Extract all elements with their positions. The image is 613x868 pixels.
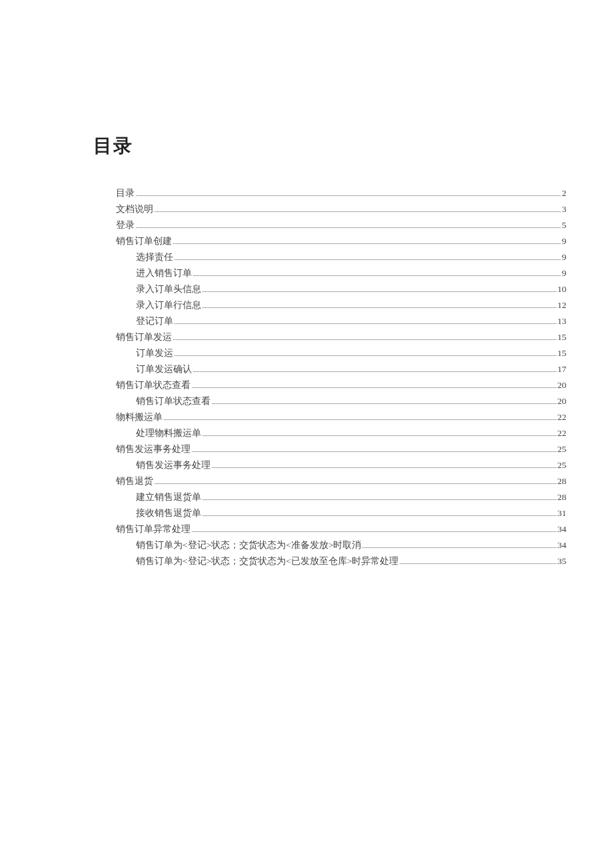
toc-entry-page: 2 [562,185,566,201]
toc-entry-page: 9 [562,249,566,265]
toc-leader-dots [155,475,556,484]
toc-leader-dots [400,555,556,564]
toc-leader-dots [192,523,556,532]
toc-entry[interactable]: 进入销售订单9 [116,265,566,281]
toc-entry-label: 选择责任 [136,249,173,265]
toc-leader-dots [203,491,556,500]
toc-entry-page: 13 [558,313,567,329]
toc-entry-page: 34 [558,521,567,537]
toc-entry[interactable]: 销售订单状态查看20 [116,377,566,393]
toc-entry[interactable]: 销售订单为<登记>状态；交货状态为<准备发放>时取消34 [116,537,566,553]
toc-leader-dots [164,411,556,420]
toc-entry-page: 17 [558,361,567,377]
toc-entry-label: 录入订单行信息 [136,297,201,313]
toc-entry[interactable]: 文档说明3 [116,201,566,217]
toc-entry-label: 登记订单 [136,313,173,329]
toc-leader-dots [136,187,560,196]
toc-entry[interactable]: 销售订单发运15 [116,329,566,345]
toc-leader-dots [155,203,560,212]
toc-entry-page: 10 [558,281,567,297]
toc-entry[interactable]: 登录5 [116,217,566,233]
toc-entry-label: 销售订单发运 [116,329,172,345]
toc-entry-page: 34 [558,537,567,553]
toc-entry-page: 31 [558,505,567,521]
document-page: 目录 目录2文档说明3登录5销售订单创建9选择责任9进入销售订单9录入订单头信息… [0,0,613,569]
toc-entry-label: 销售订单异常处理 [116,521,191,537]
toc-entry-page: 9 [562,265,566,281]
toc-leader-dots [203,427,556,436]
toc-entry-page: 25 [558,457,567,473]
toc-leader-dots [136,219,560,228]
toc-leader-dots [203,299,556,308]
toc-entry[interactable]: 订单发运确认17 [116,361,566,377]
toc-entry-label: 物料搬运单 [116,409,163,425]
toc-leader-dots [175,347,556,356]
toc-entry-page: 28 [558,489,567,505]
toc-entry-page: 25 [558,441,567,457]
toc-entry[interactable]: 目录2 [116,185,566,201]
toc-entry[interactable]: 处理物料搬运单22 [116,425,566,441]
toc-entry[interactable]: 销售发运事务处理25 [116,457,566,473]
toc-entry-label: 目录 [116,185,135,201]
toc-entry-label: 处理物料搬运单 [136,425,201,441]
toc-leader-dots [175,251,560,260]
toc-entry-label: 建立销售退货单 [136,489,201,505]
toc-entry-page: 22 [558,425,567,441]
toc-leader-dots [193,363,556,372]
toc-entry-label: 订单发运 [136,345,173,361]
toc-entry[interactable]: 登记订单13 [116,313,566,329]
toc-entry-label: 文档说明 [116,201,153,217]
toc-leader-dots [192,443,556,452]
toc-entry[interactable]: 销售订单异常处理34 [116,521,566,537]
toc-leader-dots [212,459,556,468]
toc-entry-label: 进入销售订单 [136,265,192,281]
toc-entry-label: 销售订单创建 [116,233,172,249]
toc-entry[interactable]: 录入订单头信息10 [116,281,566,297]
toc-leader-dots [173,235,560,244]
toc-entry-page: 12 [558,297,567,313]
toc-entry-label: 销售发运事务处理 [136,457,211,473]
toc-entry-page: 20 [558,377,567,393]
toc-entry-page: 20 [558,393,567,409]
toc-entry[interactable]: 销售订单为<登记>状态；交货状态为<已发放至仓库>时异常处理35 [116,553,566,569]
toc-leader-dots [173,331,556,340]
toc-entry-label: 销售订单状态查看 [116,377,191,393]
toc-entry[interactable]: 物料搬运单22 [116,409,566,425]
toc-entry-label: 销售订单状态查看 [136,393,211,409]
table-of-contents: 目录2文档说明3登录5销售订单创建9选择责任9进入销售订单9录入订单头信息10录… [93,185,566,569]
toc-entry-label: 接收销售退货单 [136,505,201,521]
toc-entry[interactable]: 录入订单行信息12 [116,297,566,313]
toc-entry-page: 3 [562,201,566,217]
toc-entry-label: 销售订单为<登记>状态；交货状态为<准备发放>时取消 [136,537,361,553]
toc-leader-dots [175,315,556,324]
toc-entry-page: 35 [558,553,567,569]
toc-leader-dots [203,283,556,292]
toc-entry[interactable]: 选择责任9 [116,249,566,265]
toc-entry[interactable]: 建立销售退货单28 [116,489,566,505]
toc-entry-label: 销售订单为<登记>状态；交货状态为<已发放至仓库>时异常处理 [136,553,398,569]
toc-leader-dots [203,507,556,516]
toc-leader-dots [362,539,556,548]
toc-entry-label: 登录 [116,217,135,233]
toc-entry-label: 销售退货 [116,473,153,489]
toc-leader-dots [212,395,556,404]
toc-entry-page: 15 [558,345,567,361]
toc-entry-label: 订单发运确认 [136,361,192,377]
toc-entry[interactable]: 销售发运事务处理25 [116,441,566,457]
toc-entry-label: 录入订单头信息 [136,281,201,297]
page-title: 目录 [93,133,566,159]
toc-entry[interactable]: 销售订单创建9 [116,233,566,249]
toc-entry-page: 9 [562,233,566,249]
toc-entry-page: 22 [558,409,567,425]
toc-leader-dots [193,267,560,276]
toc-entry-page: 5 [562,217,566,233]
toc-leader-dots [192,379,556,388]
toc-entry[interactable]: 接收销售退货单31 [116,505,566,521]
toc-entry-page: 15 [558,329,567,345]
toc-entry[interactable]: 销售订单状态查看20 [116,393,566,409]
toc-entry[interactable]: 销售退货28 [116,473,566,489]
toc-entry-page: 28 [558,473,567,489]
toc-entry[interactable]: 订单发运15 [116,345,566,361]
toc-entry-label: 销售发运事务处理 [116,441,191,457]
